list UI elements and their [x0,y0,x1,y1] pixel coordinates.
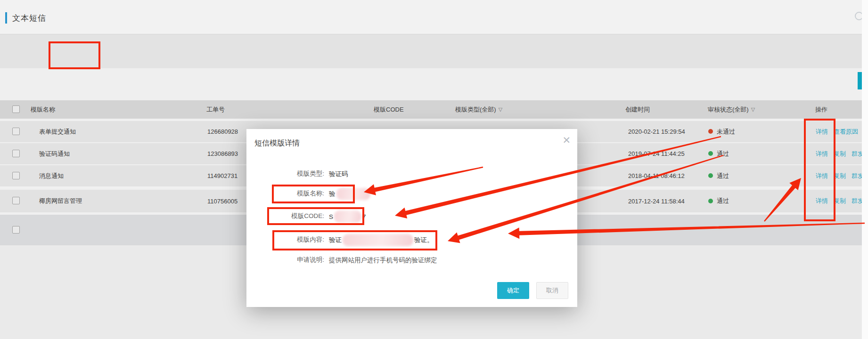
field-value: 验证 验证。 [329,235,434,245]
cell-template-name: 椰房网留言管理 [39,190,82,212]
status-text: 未通过 [717,121,735,142]
col-audit-status[interactable]: 审核状态(全部) ▽ [708,100,755,119]
select-all-checkbox[interactable] [12,105,20,113]
field-template-code: 模版CODE: S 7 [246,212,577,221]
action-detail[interactable]: 详情 [816,165,828,186]
footer-checkbox[interactable] [12,226,20,234]
status-dot [708,151,713,156]
side-panel-tab[interactable] [858,72,862,89]
field-template-content: 模版内容: 验证 验证。 [246,235,577,245]
field-template-name: 模版名称: 验 [246,189,577,199]
cell-ticket-no: 123086893 [207,143,238,164]
cell-template-name: 消息通知 [39,165,64,186]
row-checkbox[interactable] [12,197,20,204]
status-dot [708,129,713,134]
cell-created: 2019-07-24 11:44:25 [628,143,685,164]
value-prefix: 验证 [329,236,342,244]
field-template-type: 模版类型: 验证码 [246,170,577,179]
status-text: 通过 [717,190,729,212]
col-ticket-no: 工单号 [206,100,225,119]
action-copy[interactable]: 复制 [834,143,846,164]
close-icon[interactable]: ✕ [562,135,571,146]
cell-ticket-no: 110756005 [207,190,237,212]
confirm-button[interactable]: 确定 [497,282,529,299]
page-title: 文本短信 [12,13,46,24]
status-text: 通过 [717,143,729,164]
col-actions: 操作 [815,100,827,119]
row-checkbox[interactable] [12,150,20,157]
col-label: 审核状态(全部) [708,105,749,114]
cell-template-name: 验证码通知 [39,143,70,164]
title-accent-bar [5,12,7,24]
cell-created: 2018-04-11 08:46:12 [628,165,685,186]
funnel-filter-icon[interactable]: ▽ [499,106,502,113]
col-label: 模版类型(全部) [455,105,496,114]
page-header: 文本短信 [0,0,868,34]
redaction-smudge [343,234,413,246]
col-created-time: 创建时间 [625,100,650,119]
field-value: 验 [329,189,371,199]
field-label: 申请说明: [246,256,324,265]
col-template-type[interactable]: 模版类型(全部) ▽ [455,100,502,119]
scrollbar-track[interactable] [862,0,868,339]
col-template-name: 模版名称 [31,100,55,119]
cell-ticket-no: 114902731 [207,165,237,186]
row-checkbox[interactable] [12,128,20,135]
row-checkbox[interactable] [12,172,20,179]
status-dot [708,199,713,203]
field-apply-description: 申请说明: 提供网站用户进行手机号码的验证绑定 [246,256,577,265]
field-value: 验证码 [329,170,348,179]
search-row: 查询 [0,68,868,100]
action-detail[interactable]: 详情 [816,190,828,212]
field-value: S 7 [329,212,366,221]
modal-title: 短信模版详情 [254,138,300,148]
action-copy[interactable]: 复制 [834,190,846,212]
field-label: 模版名称: [246,189,324,199]
field-value: 提供网站用户进行手机号码的验证绑定 [329,256,437,265]
action-detail[interactable]: 详情 [816,143,828,164]
template-detail-modal: 短信模版详情 ✕ 模版类型: 验证码 模版名称: 验 模版CODE: S 7 模… [246,129,577,307]
value-suffix: 7 [362,213,366,220]
field-label: 模版内容: [246,235,324,245]
cell-template-name: 表单提交通知 [39,121,76,142]
tab-strip: 签名管理 模版管理 群发助手 [0,34,868,68]
cancel-button[interactable]: 取消 [536,282,568,299]
cell-created: 2020-02-21 15:29:54 [628,121,685,142]
funnel-filter-icon[interactable]: ▽ [751,106,755,113]
value-prefix: 验 [329,190,336,198]
status-dot [708,173,713,178]
field-label: 模版类型: [246,170,324,179]
field-label: 模版CODE: [246,212,324,221]
redaction-smudge [334,210,361,223]
action-view-reason[interactable]: 查看原因 [834,121,858,142]
cell-ticket-no: 126680928 [207,121,238,142]
value-suffix: 验证。 [414,236,434,244]
value-prefix: S [329,213,333,220]
redaction-smudge [336,188,370,200]
cell-created: 2017-12-24 11:58:44 [628,190,685,212]
table-header-row: 模版名称 工单号 模版CODE 模版类型(全部) ▽ 创建时间 审核状态(全部)… [0,100,868,119]
status-text: 通过 [717,165,729,186]
col-template-code: 模版CODE [374,100,404,119]
action-detail[interactable]: 详情 [816,121,828,142]
action-copy[interactable]: 复制 [834,165,846,186]
